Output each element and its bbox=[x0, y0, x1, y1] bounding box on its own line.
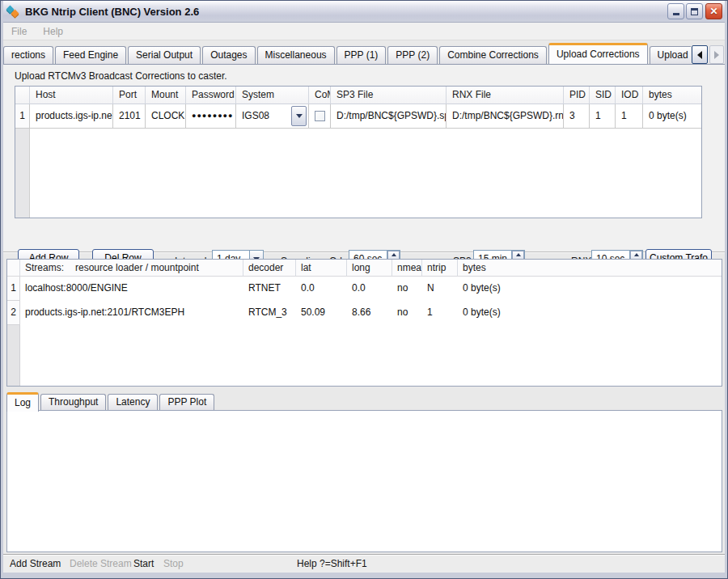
app-window: BKG Ntrip Client (BNC) Version 2.6 ✕ Fil… bbox=[0, 0, 728, 579]
nmea-cell: no bbox=[392, 277, 422, 301]
header-lat: lat bbox=[296, 260, 347, 276]
tab-serial-output[interactable]: Serial Output bbox=[128, 46, 201, 64]
header-sp3-file: SP3 File bbox=[331, 87, 447, 104]
header-pid: PID bbox=[564, 87, 590, 104]
password-cell[interactable]: ●●●●●●●● bbox=[186, 104, 236, 128]
upload-table: Host Port Mount Password System CoM SP3 … bbox=[15, 86, 702, 218]
tab-miscellaneous[interactable]: Miscellaneous bbox=[257, 46, 335, 64]
tab-feed-engine[interactable]: Feed Engine bbox=[55, 46, 126, 64]
app-icon-diamond-orange bbox=[11, 10, 19, 18]
lat-cell: 0.0 bbox=[296, 277, 347, 301]
decoder-cell: RTCM_3 bbox=[243, 301, 296, 325]
header-ntrip: ntrip bbox=[422, 260, 458, 276]
header-nmea: nmea bbox=[392, 260, 422, 276]
lat-cell: 50.09 bbox=[296, 301, 347, 325]
decoder-cell: RTNET bbox=[243, 277, 296, 301]
maximize-button[interactable] bbox=[686, 3, 703, 19]
upload-corrections-page: Upload RTCMv3 Broadcast Corrections to c… bbox=[3, 65, 725, 252]
help-shortcut-label: Help ?=Shift+F1 bbox=[297, 555, 367, 573]
system-value: IGS08 bbox=[242, 104, 291, 128]
tab-corrections-partial[interactable]: rections bbox=[3, 46, 53, 64]
start-button[interactable]: Start bbox=[133, 555, 154, 573]
system-combo[interactable]: IGS08 bbox=[236, 104, 309, 128]
tab-ppp-plot[interactable]: PPP Plot bbox=[159, 394, 214, 411]
tab-upload-corrections[interactable]: Upload Corrections bbox=[548, 43, 648, 64]
log-output-area[interactable] bbox=[6, 410, 722, 552]
sid-cell[interactable]: 1 bbox=[590, 104, 616, 128]
bytes-cell: 0 byte(s) bbox=[643, 104, 701, 128]
streams-header-corner bbox=[7, 260, 20, 276]
com-cell bbox=[309, 104, 331, 128]
tab-upload-ephemeris[interactable]: Upload Ephemeris bbox=[650, 46, 691, 64]
minimize-icon bbox=[673, 13, 679, 15]
header-corner bbox=[15, 87, 30, 104]
header-host: Host bbox=[30, 87, 113, 104]
maximize-icon bbox=[691, 8, 698, 15]
row-number: 2 bbox=[7, 301, 20, 325]
header-password: Password bbox=[186, 87, 236, 104]
menu-help[interactable]: Help bbox=[35, 23, 71, 40]
header-mountpoint: Streams: resource loader / mountpoint bbox=[20, 260, 243, 276]
tab-outages[interactable]: Outages bbox=[202, 46, 255, 64]
log-tab-bar: Log Throughput Latency PPP Plot bbox=[6, 391, 411, 411]
app-icon bbox=[6, 5, 20, 18]
add-stream-button[interactable]: Add Stream bbox=[10, 555, 61, 573]
menu-file[interactable]: File bbox=[3, 23, 35, 40]
header-bytes: bytes bbox=[458, 260, 722, 276]
com-checkbox[interactable] bbox=[315, 111, 325, 121]
row-header-strip bbox=[15, 129, 30, 218]
nmea-cell: no bbox=[392, 301, 422, 325]
arrow-left-icon bbox=[697, 51, 702, 59]
header-iod: IOD bbox=[616, 87, 643, 104]
sp3-file-cell[interactable]: D:/tmp/BNC${GPSWD}.sp3 bbox=[331, 104, 447, 128]
page-caption: Upload RTCMv3 Broadcast Corrections to c… bbox=[15, 70, 227, 82]
mountpoint-header-label: resource loader / mountpoint bbox=[75, 260, 199, 276]
spin-up-button[interactable] bbox=[387, 251, 400, 259]
ntrip-cell: 1 bbox=[422, 301, 458, 325]
minimize-button[interactable] bbox=[667, 3, 684, 19]
tab-combine-corrections[interactable]: Combine Corrections bbox=[439, 46, 547, 64]
tab-scroll-left-button[interactable] bbox=[692, 45, 708, 64]
spin-up-button[interactable] bbox=[630, 251, 642, 259]
tab-throughput[interactable]: Throughput bbox=[40, 394, 106, 411]
title-bar: BKG Ntrip Client (BNC) Version 2.6 ✕ bbox=[3, 1, 725, 23]
spin-up-button[interactable] bbox=[512, 251, 524, 259]
tab-ppp-2[interactable]: PPP (2) bbox=[387, 46, 438, 64]
streams-table: Streams: resource loader / mountpoint de… bbox=[6, 259, 722, 387]
upload-table-header: Host Port Mount Password System CoM SP3 … bbox=[15, 87, 701, 104]
tab-log[interactable]: Log bbox=[6, 392, 39, 412]
header-sid: SID bbox=[590, 87, 616, 104]
port-cell[interactable]: 2101 bbox=[113, 104, 146, 128]
row-number: 1 bbox=[15, 104, 30, 128]
iod-cell[interactable]: 1 bbox=[616, 104, 643, 128]
row-number: 1 bbox=[7, 277, 20, 301]
tab-scroll-right-button[interactable] bbox=[709, 45, 724, 64]
pid-cell[interactable]: 3 bbox=[564, 104, 590, 128]
header-port: Port bbox=[113, 87, 146, 104]
mount-cell[interactable]: CLOCK bbox=[146, 104, 186, 128]
chevron-down-icon bbox=[296, 114, 303, 118]
host-cell[interactable]: products.igs-ip.net bbox=[30, 104, 113, 128]
long-cell: 8.66 bbox=[347, 301, 392, 325]
client-area: rections Feed Engine Serial Output Outag… bbox=[3, 40, 725, 573]
stream-row[interactable]: 1 localhost:8000/ENGINE RTNET 0.0 0.0 no… bbox=[7, 277, 722, 301]
tab-strip: rections Feed Engine Serial Output Outag… bbox=[3, 43, 691, 64]
tab-ppp-1[interactable]: PPP (1) bbox=[336, 46, 387, 64]
window-title: BKG Ntrip Client (BNC) Version 2.6 bbox=[25, 6, 199, 18]
spin-up-icon bbox=[392, 253, 396, 256]
close-button[interactable]: ✕ bbox=[705, 3, 722, 19]
stop-button[interactable]: Stop bbox=[163, 555, 184, 573]
stream-row[interactable]: 2 products.igs-ip.net:2101/RTCM3EPH RTCM… bbox=[7, 301, 722, 325]
rnx-file-cell[interactable]: D:/tmp/BNC${GPSWD}.rnx bbox=[447, 104, 564, 128]
system-dropdown-button[interactable] bbox=[291, 106, 307, 126]
delete-stream-button[interactable]: Delete Stream bbox=[70, 555, 132, 573]
status-bar: Add Stream Delete Stream Start Stop Help… bbox=[3, 554, 725, 573]
header-system: System bbox=[236, 87, 309, 104]
tab-latency[interactable]: Latency bbox=[108, 394, 158, 411]
streams-table-header: Streams: resource loader / mountpoint de… bbox=[7, 260, 722, 277]
header-long: long bbox=[347, 260, 392, 276]
bytes-cell: 0 byte(s) bbox=[458, 301, 722, 325]
long-cell: 0.0 bbox=[347, 277, 392, 301]
header-com: CoM bbox=[309, 87, 331, 104]
header-mount: Mount bbox=[146, 87, 186, 104]
